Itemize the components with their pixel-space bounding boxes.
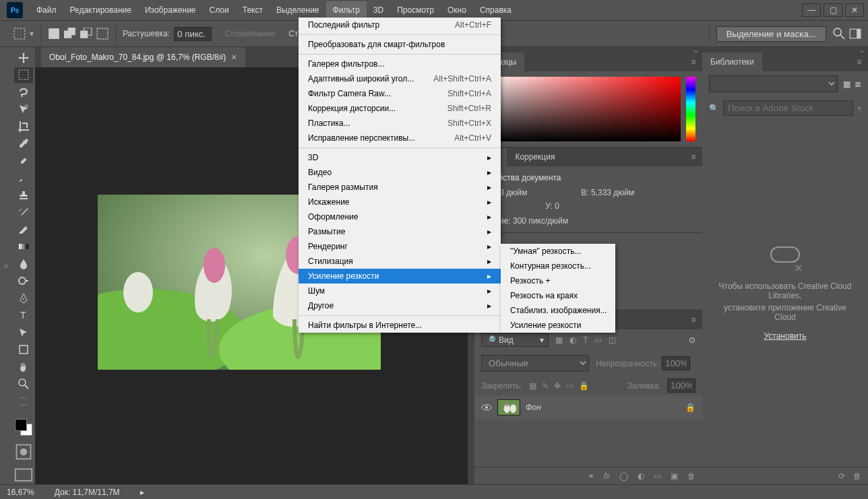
- panel-menu-icon[interactable]: ≡: [685, 310, 702, 329]
- window-maximize-button[interactable]: ▢: [824, 3, 842, 17]
- subtract-selection-icon[interactable]: [80, 28, 92, 40]
- submenu-smart-sharpen[interactable]: "Умная" резкость...: [501, 244, 615, 259]
- window-close-button[interactable]: ✕: [845, 3, 864, 17]
- grid-view-icon[interactable]: ▦: [843, 79, 850, 89]
- new-selection-icon[interactable]: [48, 28, 60, 40]
- menu-filter[interactable]: Фильтр: [326, 1, 367, 19]
- history-brush-tool-icon[interactable]: [14, 205, 33, 221]
- menu-image[interactable]: Изображение: [138, 1, 203, 19]
- filter-toggle-icon[interactable]: ⊙: [689, 335, 695, 345]
- panel-menu-icon[interactable]: ≡: [850, 53, 868, 71]
- chevron-down-icon[interactable]: ▾: [30, 29, 34, 38]
- hand-tool-icon[interactable]: [14, 359, 33, 375]
- menu-blur-gallery-submenu[interactable]: Галерея размытия▸: [299, 180, 501, 195]
- type-tool-icon[interactable]: T: [14, 308, 33, 324]
- menu-filter-gallery[interactable]: Галерея фильтров...: [299, 57, 501, 71]
- fill-input[interactable]: [667, 378, 695, 393]
- menu-noise-submenu[interactable]: Шум▸: [299, 284, 501, 298]
- menu-distort-submenu[interactable]: Искажение▸: [299, 195, 501, 209]
- color-swatches[interactable]: [15, 419, 32, 436]
- menu-sharpen-submenu[interactable]: Усиление резкости▸: [299, 269, 501, 284]
- list-view-icon[interactable]: ≣: [855, 79, 861, 89]
- library-select[interactable]: [709, 75, 838, 92]
- group-icon[interactable]: ▭: [654, 471, 661, 481]
- opacity-input[interactable]: [662, 356, 690, 370]
- brush-tool-icon[interactable]: [14, 170, 33, 187]
- workspace-icon[interactable]: [849, 28, 861, 40]
- filter-type-icon[interactable]: T: [583, 335, 588, 345]
- menu-blur-submenu[interactable]: Размытие▸: [299, 224, 501, 239]
- submenu-sharpen-edges[interactable]: Резкость на краях: [501, 288, 615, 303]
- install-link[interactable]: Установить: [764, 331, 807, 341]
- tool-expand-icon[interactable]: »: [0, 47, 12, 484]
- menu-other-submenu[interactable]: Другое▸: [299, 298, 501, 313]
- add-selection-icon[interactable]: [64, 28, 76, 40]
- menu-find-filters-online[interactable]: Найти фильтры в Интернете...: [299, 318, 501, 333]
- submenu-sharpen[interactable]: Усиление резкости: [501, 318, 615, 333]
- menu-text[interactable]: Текст: [236, 1, 270, 19]
- marquee-tool-preset-icon[interactable]: [13, 28, 26, 40]
- color-picker-panel[interactable]: [474, 71, 702, 147]
- zoom-level[interactable]: 16,67%: [7, 488, 34, 497]
- shape-tool-icon[interactable]: [14, 342, 33, 358]
- panel-menu-icon[interactable]: ≡: [685, 53, 702, 71]
- menu-help[interactable]: Справка: [473, 1, 518, 19]
- menu-3d-submenu[interactable]: 3D▸: [299, 150, 501, 165]
- blur-tool-icon[interactable]: [14, 256, 33, 272]
- layer-lock-icon[interactable]: 🔒: [685, 403, 695, 412]
- blend-mode-select[interactable]: Обычные: [481, 355, 589, 372]
- menu-lens-correction[interactable]: Коррекция дисторсии...Shift+Ctrl+R: [299, 101, 501, 116]
- gradient-tool-icon[interactable]: [14, 239, 33, 255]
- submenu-unsharp-mask[interactable]: Контурная резкость...: [501, 259, 615, 273]
- menu-camera-raw[interactable]: Фильтр Camera Raw...Shift+Ctrl+A: [299, 86, 501, 101]
- crop-tool-icon[interactable]: [14, 119, 33, 135]
- lasso-tool-icon[interactable]: [14, 84, 33, 100]
- submenu-shake-reduction[interactable]: Стабилиз. изображения...: [501, 303, 615, 318]
- zoom-tool-icon[interactable]: [14, 376, 33, 393]
- menu-file[interactable]: Файл: [30, 1, 63, 19]
- layer-kind-select[interactable]: 🔎Вид▾: [481, 333, 549, 347]
- menu-liquify[interactable]: Пластика...Shift+Ctrl+X: [299, 116, 501, 131]
- menu-3d[interactable]: 3D: [367, 1, 390, 19]
- filter-shape-icon[interactable]: ▭: [594, 335, 602, 345]
- lock-brush-icon[interactable]: ✎: [542, 381, 549, 391]
- menu-stylize-submenu[interactable]: Стилизация▸: [299, 254, 501, 269]
- menu-window[interactable]: Окно: [441, 1, 473, 19]
- lock-pixels-icon[interactable]: ▦: [529, 381, 536, 391]
- layer-mask-icon[interactable]: ◯: [619, 471, 628, 481]
- adjustment-layer-icon[interactable]: ◐: [638, 471, 644, 481]
- lock-all-icon[interactable]: 🔒: [579, 381, 589, 391]
- feather-input[interactable]: [174, 27, 212, 41]
- menu-layers[interactable]: Слои: [203, 1, 236, 19]
- correction-tab[interactable]: Коррекция: [507, 147, 563, 166]
- screen-mode-icon[interactable]: [14, 468, 33, 484]
- healing-tool-icon[interactable]: [14, 153, 33, 169]
- visibility-icon[interactable]: [481, 402, 492, 413]
- menu-edit[interactable]: Редактирование: [63, 1, 138, 19]
- marquee-tool-icon[interactable]: [14, 67, 33, 84]
- submenu-sharpen-more[interactable]: Резкость +: [501, 273, 615, 288]
- menu-render-submenu[interactable]: Рендеринг▸: [299, 239, 501, 254]
- layer-name[interactable]: Фон: [526, 403, 541, 412]
- hue-strip[interactable]: [686, 77, 695, 141]
- new-layer-icon[interactable]: ▣: [671, 471, 678, 481]
- eraser-tool-icon[interactable]: [14, 222, 33, 238]
- menu-select[interactable]: Выделение: [270, 1, 326, 19]
- close-tab-icon[interactable]: ×: [231, 52, 237, 63]
- filter-adjust-icon[interactable]: ◐: [569, 335, 576, 345]
- lock-position-icon[interactable]: ✥: [554, 381, 561, 391]
- eyedropper-tool-icon[interactable]: [14, 136, 33, 152]
- edit-toolbar-icon[interactable]: ⋯: [14, 397, 33, 413]
- library-search-input[interactable]: [723, 100, 853, 116]
- filter-smart-icon[interactable]: ◫: [609, 335, 616, 345]
- cloud-sync-icon[interactable]: ⟳: [838, 471, 845, 481]
- document-tab[interactable]: Oboi_Foto_Makro_70_84.jpg @ 16,7% (RGB/8…: [41, 47, 245, 67]
- menu-wide-angle[interactable]: Адаптивный широкий угол...Alt+Shift+Ctrl…: [299, 71, 501, 86]
- intersect-selection-icon[interactable]: [96, 28, 108, 40]
- quick-mask-icon[interactable]: [14, 444, 33, 460]
- layer-row[interactable]: Фон 🔒: [474, 395, 702, 420]
- window-minimize-button[interactable]: ―: [802, 3, 821, 17]
- libraries-tab[interactable]: Библиотеки: [702, 53, 762, 71]
- menu-view[interactable]: Просмотр: [390, 1, 441, 19]
- menu-vanishing-point[interactable]: Исправление перспективы...Alt+Ctrl+V: [299, 131, 501, 145]
